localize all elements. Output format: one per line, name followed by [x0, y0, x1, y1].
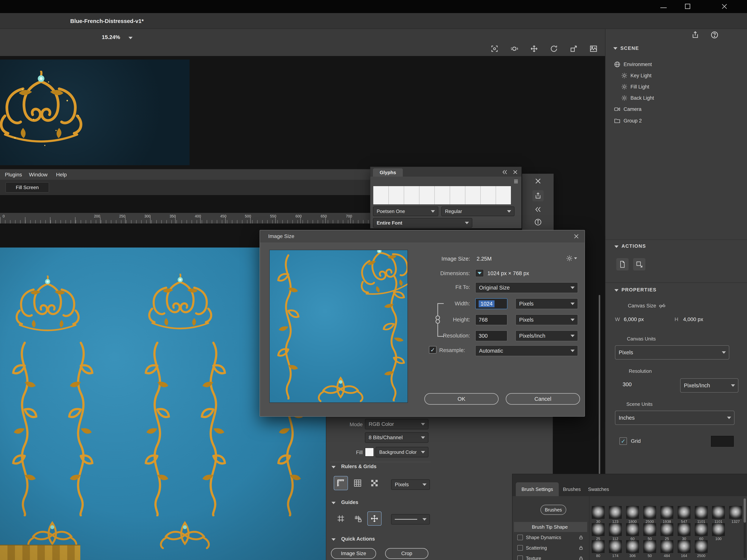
dimensions-toggle[interactable]	[475, 269, 484, 277]
brush-section-texture[interactable]: Texture	[514, 553, 587, 560]
lock-icon[interactable]	[578, 535, 584, 540]
brush-thumbnail[interactable]	[678, 506, 690, 519]
help-icon[interactable]	[710, 30, 719, 40]
resolution-input[interactable]: 300	[475, 330, 508, 341]
glyph-range-select[interactable]: Entire Font	[373, 218, 472, 228]
ruler-units-select[interactable]: Pixels	[391, 479, 430, 490]
menu-item-help[interactable]: Help	[56, 169, 67, 180]
move-guides-button[interactable]	[367, 511, 382, 526]
width-input[interactable]: 1024	[475, 298, 508, 309]
close-icon[interactable]	[533, 177, 543, 186]
dialog-close-button[interactable]	[572, 233, 581, 240]
scene-item-fill-light[interactable]: Fill Light	[621, 82, 649, 92]
guides-header[interactable]: Guides	[341, 500, 358, 505]
lock-icon[interactable]	[578, 545, 584, 551]
zoom-caret-icon[interactable]	[128, 37, 133, 39]
shape-dynamics-checkbox[interactable]	[517, 535, 523, 540]
brush-section-scattering[interactable]: Scattering	[514, 543, 587, 553]
brush-thumbnail[interactable]	[626, 523, 639, 536]
zoom-level[interactable]: 15.24%	[102, 34, 120, 40]
brush-thumbnail[interactable]	[661, 540, 673, 553]
panel-menu-icon[interactable]	[512, 178, 520, 185]
guides-collapse-icon[interactable]	[332, 502, 336, 504]
brush-thumbnail[interactable]	[729, 506, 742, 519]
quick-actions-collapse-icon[interactable]	[332, 538, 336, 541]
tab-brushes[interactable]: Brushes	[560, 482, 584, 496]
document-thumbnail-canvas[interactable]	[0, 59, 189, 165]
fill-select[interactable]: Background Color	[376, 447, 429, 457]
ok-button[interactable]: OK	[424, 393, 499, 405]
brush-thumbnail[interactable]	[678, 523, 690, 536]
brush-thumbnail[interactable]	[712, 506, 725, 519]
glyph-style-select[interactable]: Regular	[441, 207, 515, 216]
width-units-select[interactable]: Pixels	[515, 298, 578, 309]
quick-actions-header[interactable]: Quick Actions	[341, 536, 375, 542]
tab-brush-settings[interactable]: Brush Settings	[516, 482, 559, 496]
fill-color-swatch[interactable]	[365, 448, 374, 457]
brush-section-shape-dynamics[interactable]: Shape Dynamics	[514, 532, 587, 542]
scene-item-group-2[interactable]: Group 2	[614, 115, 642, 126]
brush-thumbnail[interactable]	[678, 540, 690, 553]
frame-camera-icon[interactable]	[489, 44, 500, 54]
brush-thumbnail[interactable]	[592, 540, 604, 553]
glyph-grid[interactable]	[373, 186, 511, 205]
pixel-grid-button[interactable]	[367, 476, 382, 490]
scene-collapse-icon[interactable]	[613, 47, 617, 50]
image-size-quick-button[interactable]: Image Size	[331, 548, 376, 559]
crop-quick-button[interactable]: Crop	[385, 548, 429, 559]
canvas-units-select[interactable]: Pixels	[615, 345, 729, 359]
share-icon[interactable]	[690, 30, 700, 40]
action-transform-button[interactable]	[633, 258, 645, 270]
menu-item-window[interactable]: Window	[29, 169, 48, 180]
brush-thumbnail[interactable]	[609, 540, 622, 553]
brush-thumbnail[interactable]	[695, 506, 707, 519]
brush-thumbnail[interactable]	[695, 540, 707, 553]
scrollbar[interactable]	[599, 295, 600, 474]
orbit-camera-icon[interactable]	[509, 44, 519, 54]
dialog-settings-button[interactable]	[565, 254, 577, 263]
brush-thumbnail[interactable]	[661, 523, 673, 536]
fit-to-select[interactable]: Original Size	[475, 282, 578, 293]
resolution-value[interactable]: 300	[623, 381, 632, 388]
height-input[interactable]: 768	[475, 314, 508, 325]
ruler-toggle-button[interactable]	[334, 476, 348, 490]
dialog-title-bar[interactable]: Image Size	[260, 230, 585, 242]
glyph-font-select[interactable]: Poetsen One	[373, 207, 438, 216]
rulers-grids-header[interactable]: Rulers & Grids	[341, 464, 377, 470]
close-icon[interactable]	[512, 168, 519, 176]
actions-collapse-icon[interactable]	[614, 245, 619, 248]
properties-collapse-icon[interactable]	[614, 289, 619, 292]
brush-thumbnail[interactable]	[626, 506, 639, 519]
collapse-panels-icon[interactable]	[533, 205, 543, 214]
cancel-button[interactable]: Cancel	[506, 393, 580, 405]
brush-thumbnail[interactable]	[626, 540, 639, 553]
properties-header[interactable]: PROPERTIES	[621, 287, 656, 293]
action-document-button[interactable]	[616, 258, 628, 270]
resolution-units-select[interactable]: Pixels/Inch	[680, 378, 739, 393]
scene-item-key-light[interactable]: Key Light	[621, 70, 651, 81]
brush-thumbnail[interactable]	[643, 540, 656, 553]
brush-section-tip-shape[interactable]: Brush Tip Shape	[514, 522, 587, 532]
height-units-select[interactable]: Pixels	[515, 314, 578, 325]
fill-screen-button[interactable]: Fill Screen	[6, 182, 49, 192]
scale-tool-icon[interactable]	[568, 44, 579, 54]
pan-camera-icon[interactable]	[529, 44, 539, 54]
scattering-checkbox[interactable]	[517, 545, 523, 551]
maximize-button[interactable]	[685, 4, 690, 9]
scene-item-environment[interactable]: Environment	[614, 59, 652, 70]
grid-checkbox[interactable]: ✓	[619, 437, 627, 445]
grid-toggle-button[interactable]	[351, 476, 365, 490]
brush-grid-scrollbar[interactable]	[744, 499, 746, 558]
rulers-grids-collapse-icon[interactable]	[332, 466, 336, 468]
resolution-units-select[interactable]: Pixels/Inch	[515, 330, 578, 341]
tab-glyphs[interactable]: Glyphs	[373, 168, 403, 177]
info-icon[interactable]	[533, 217, 543, 227]
lock-guides-button[interactable]	[351, 511, 365, 526]
brush-thumbnail[interactable]	[609, 506, 622, 519]
brush-thumbnail[interactable]	[661, 506, 673, 519]
scene-item-back-light[interactable]: Back Light	[621, 93, 654, 103]
render-settings-icon[interactable]	[588, 44, 599, 54]
scene-units-select[interactable]: Inches	[615, 411, 735, 425]
unlink-canvas-icon[interactable]	[658, 302, 666, 310]
bit-depth-select[interactable]: 8 Bits/Channel	[365, 432, 429, 443]
